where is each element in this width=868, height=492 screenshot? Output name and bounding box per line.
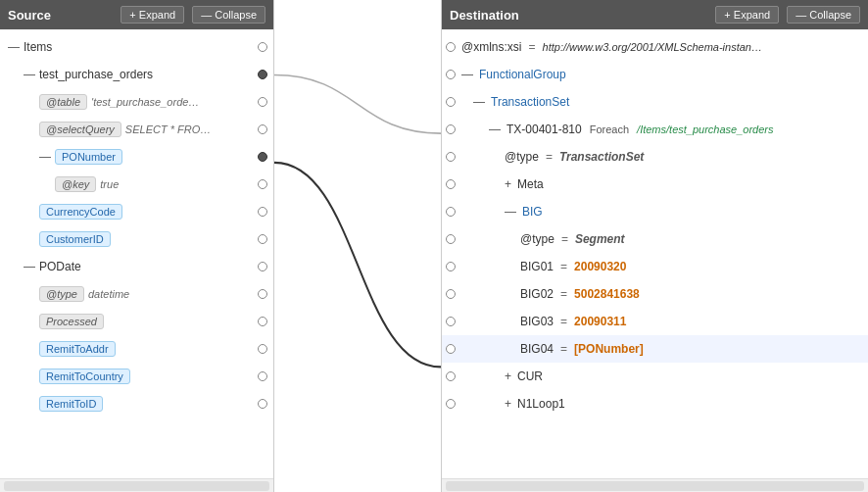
source-remittoid-circle — [258, 399, 267, 409]
dest-n1loop1-inner: + N1Loop1 — [505, 397, 565, 411]
main-container: Source + Expand — Collapse — Items — tes… — [0, 0, 868, 492]
source-table-circle — [258, 97, 267, 107]
source-key-label: @key — [55, 176, 96, 192]
dest-n1loop1-label: N1Loop1 — [517, 397, 565, 411]
dest-bottom-bar — [442, 478, 868, 492]
connector-area — [274, 0, 441, 492]
dest-big01-inner: BIG01 = 20090320 — [520, 260, 626, 273]
dest-big03-node: BIG03 = 20090311 — [442, 308, 868, 335]
dest-content[interactable]: @xmlns:xsi = http://www.w3.org/2001/XMLS… — [442, 29, 868, 478]
dest-transactionset-node: — TransactionSet — [442, 88, 868, 116]
source-title: Source — [8, 8, 113, 23]
source-remittocountry-node: RemitToCountry — [0, 363, 273, 390]
dest-type-ts-value: TransactionSet — [559, 150, 644, 164]
dest-big01-label: BIG01 — [520, 260, 554, 273]
source-table-node: @table 'test_purchase_orde… — [0, 88, 273, 116]
dest-tx-foreach: Foreach — [590, 123, 629, 135]
source-remittoaddr-circle — [258, 344, 267, 354]
dest-xmlns-equals: = — [529, 40, 536, 54]
dest-type-ts-label: @type — [505, 150, 539, 164]
dest-tx-xpath: /Items/test_purchase_orders — [637, 123, 773, 135]
dest-big03-value: 20090311 — [574, 315, 626, 328]
source-currencycode-circle — [258, 207, 267, 217]
dest-big04-inner: BIG04 = [PONumber] — [520, 342, 644, 356]
dest-tx-circle — [446, 124, 456, 134]
source-type-value: datetime — [88, 288, 129, 300]
dest-big01-equals: = — [560, 260, 567, 273]
source-processed-label: Processed — [39, 314, 104, 329]
source-ponumber-label: PONumber — [55, 149, 122, 165]
source-ponumber-node: — PONumber — [0, 143, 273, 171]
dest-cur-inner: + CUR — [505, 369, 543, 383]
dest-type-ts-node: @type = TransactionSet — [442, 143, 868, 171]
source-podate-circle — [258, 262, 267, 271]
minus-icon-fg: — — [461, 68, 473, 81]
minus-icon-big: — — [505, 205, 516, 219]
dest-transactionset-circle — [446, 97, 456, 107]
source-remittocountry-label: RemitToCountry — [39, 369, 130, 384]
dest-type-seg-circle — [446, 234, 456, 244]
dest-header: Destination + Expand — Collapse — [442, 0, 868, 29]
source-currencycode-node: CurrencyCode — [0, 198, 273, 225]
source-key-node: @key true — [0, 171, 273, 198]
source-selectquery-value: SELECT * FRO… — [125, 123, 211, 135]
source-panel: Source + Expand — Collapse — Items — tes… — [0, 0, 274, 492]
source-tpo-circle — [258, 70, 267, 79]
source-processed-node: Processed — [0, 308, 273, 335]
dest-big04-node: BIG04 = [PONumber] — [442, 335, 868, 363]
source-items-node: — Items — [0, 33, 273, 61]
source-selectquery-circle — [258, 124, 267, 134]
dest-big02-label: BIG02 — [520, 287, 554, 301]
dest-type-seg-inner: @type = Segment — [520, 232, 625, 246]
dest-xmlns-circle — [446, 42, 456, 52]
dest-big02-value: 5002841638 — [574, 287, 640, 301]
dest-big-inner: — BIG — [505, 205, 543, 219]
source-podate-node: — PODate — [0, 253, 273, 280]
plus-icon-cur: + — [505, 369, 511, 383]
source-currencycode-label: CurrencyCode — [39, 204, 122, 220]
source-remittoid-node: RemitToID — [0, 390, 273, 418]
dest-transactionset-label: TransactionSet — [491, 95, 569, 109]
source-bottom-bar — [0, 478, 273, 492]
source-customerid-node: CustomerID — [0, 225, 273, 253]
dest-cur-circle — [446, 371, 456, 381]
dest-big-label: BIG — [522, 205, 543, 219]
dest-cur-node: + CUR — [442, 363, 868, 390]
dest-expand-button[interactable]: + Expand — [715, 6, 779, 24]
source-selectquery-label: @selectQuery — [39, 122, 121, 137]
dest-type-seg-node: @type = Segment — [442, 225, 868, 253]
source-tpo-label: test_purchase_orders — [39, 68, 153, 81]
dest-n1loop1-circle — [446, 399, 456, 409]
dest-type-seg-value: Segment — [575, 232, 625, 246]
source-key-value: true — [100, 178, 119, 190]
dest-functionalgroup-label: FunctionalGroup — [479, 68, 566, 81]
plus-icon-n1: + — [505, 397, 511, 411]
source-remittocountry-circle — [258, 371, 267, 381]
dest-type-seg-label: @type — [520, 232, 555, 246]
source-collapse-button[interactable]: — Collapse — [192, 6, 265, 24]
source-remittoid-label: RemitToID — [39, 396, 103, 412]
source-type-label: @type — [39, 286, 84, 302]
dest-type-ts-inner: @type = TransactionSet — [505, 150, 644, 164]
destination-panel: Destination + Expand — Collapse @xmlns:x… — [441, 0, 868, 492]
dest-meta-circle — [446, 179, 456, 189]
source-items-circle — [258, 42, 267, 52]
dest-collapse-button[interactable]: — Collapse — [787, 6, 860, 24]
dest-big02-equals: = — [560, 287, 567, 301]
dest-big04-label: BIG04 — [520, 342, 554, 356]
dest-tx-label: TX-00401-810 — [506, 123, 582, 136]
dest-title: Destination — [450, 8, 707, 23]
dest-xmlns-node: @xmlns:xsi = http://www.w3.org/2001/XMLS… — [442, 33, 868, 61]
source-remittoaddr-node: RemitToAddr — [0, 335, 273, 363]
source-items-label: Items — [24, 40, 52, 54]
dest-big02-node: BIG02 = 5002841638 — [442, 280, 868, 308]
dest-big01-value: 20090320 — [574, 260, 626, 273]
dest-functionalgroup-circle — [446, 70, 456, 79]
source-expand-button[interactable]: + Expand — [121, 6, 184, 24]
dest-hscrollbar[interactable] — [446, 481, 864, 491]
dest-meta-inner: + Meta — [505, 177, 544, 191]
source-hscrollbar[interactable] — [4, 481, 269, 491]
dest-big04-circle — [446, 344, 456, 354]
source-remittoaddr-label: RemitToAddr — [39, 341, 116, 357]
source-content[interactable]: — Items — test_purchase_orders @table 't… — [0, 29, 273, 478]
